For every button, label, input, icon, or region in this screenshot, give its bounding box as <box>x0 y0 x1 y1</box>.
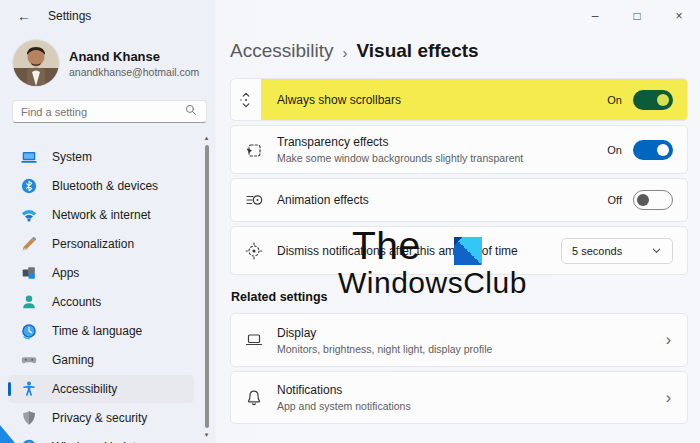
chevron-down-icon <box>651 245 662 256</box>
toggle-state-label: On <box>607 94 622 106</box>
gamepad-icon <box>20 351 38 369</box>
sidebar-item-bluetooth[interactable]: Bluetooth & devices <box>8 172 194 200</box>
transparency-effects-toggle[interactable] <box>633 140 673 160</box>
user-email: anandkhanse@hotmail.com <box>69 66 199 78</box>
setting-description: Make some window backgrounds slightly tr… <box>277 152 523 164</box>
scrollbar-setting-icon <box>231 90 261 110</box>
sidebar-item-accessibility[interactable]: Accessibility <box>8 375 194 403</box>
sidebar-item-label: Privacy & security <box>52 411 147 425</box>
animation-setting-icon <box>231 190 277 210</box>
search-box[interactable] <box>12 100 207 123</box>
user-profile[interactable]: Anand Khanse anandkhanse@hotmail.com <box>13 40 216 86</box>
related-label: Notifications <box>277 383 411 397</box>
always-show-scrollbars-toggle[interactable] <box>633 90 673 110</box>
accessibility-icon <box>20 380 38 398</box>
page-title: Visual effects <box>356 40 478 62</box>
transparency-setting-icon <box>231 140 277 160</box>
back-button[interactable]: ← <box>8 4 40 28</box>
avatar <box>13 40 59 86</box>
apps-icon <box>20 264 38 282</box>
bluetooth-icon <box>20 177 38 195</box>
related-row-notifications[interactable]: Notifications App and system notificatio… <box>230 371 688 424</box>
search-icon <box>184 103 198 121</box>
maximize-button[interactable]: □ <box>616 0 658 32</box>
sidebar-item-time-language[interactable]: Time & language <box>8 317 194 345</box>
setting-row-transparency-effects[interactable]: Transparency effects Make some window ba… <box>230 125 688 174</box>
scrollbar-down-icon[interactable]: ▼ <box>204 431 210 439</box>
sidebar-nav: System Bluetooth & devices Network & int… <box>0 142 198 443</box>
bell-icon <box>231 388 277 408</box>
breadcrumb: Accessibility › Visual effects <box>230 40 688 62</box>
sidebar-scrollbar[interactable]: ▲ ▼ <box>202 134 211 439</box>
user-name: Anand Khanse <box>69 49 199 64</box>
animation-effects-toggle[interactable] <box>633 190 673 210</box>
search-input[interactable] <box>21 106 184 118</box>
setting-row-animation-effects[interactable]: Animation effects Off <box>230 178 688 222</box>
sidebar-item-label: Apps <box>52 266 79 280</box>
sidebar-item-label: System <box>52 150 92 164</box>
related-row-display[interactable]: Display Monitors, brightness, night ligh… <box>230 313 688 367</box>
main-content: Accessibility › Visual effects Always sh… <box>230 32 688 424</box>
toggle-state-label: Off <box>608 194 622 206</box>
breadcrumb-separator: › <box>342 42 347 61</box>
sidebar-item-label: Personalization <box>52 237 134 251</box>
brush-icon <box>20 235 38 253</box>
titlebar: ← Settings – □ × <box>0 0 700 32</box>
sidebar-item-apps[interactable]: Apps <box>8 259 194 287</box>
sidebar-item-privacy[interactable]: Privacy & security <box>8 404 194 432</box>
window-title: Settings <box>48 9 91 23</box>
dismiss-timeout-icon <box>231 241 277 261</box>
shield-icon <box>20 409 38 427</box>
sidebar-item-windows-update[interactable]: Windows Update <box>8 433 194 443</box>
highlight-overlay: Always show scrollbars On <box>261 79 687 120</box>
clock-icon <box>20 322 38 340</box>
scrollbar-up-icon[interactable]: ▲ <box>204 134 210 142</box>
setting-label: Animation effects <box>277 193 369 207</box>
sidebar: Anand Khanse anandkhanse@hotmail.com Sys… <box>0 32 216 443</box>
scrollbar-thumb[interactable] <box>205 145 209 428</box>
wifi-icon <box>20 206 38 224</box>
sidebar-item-personalization[interactable]: Personalization <box>8 230 194 258</box>
display-icon <box>231 330 277 350</box>
sidebar-item-label: Accessibility <box>52 382 117 396</box>
breadcrumb-accessibility[interactable]: Accessibility <box>230 40 333 62</box>
sidebar-item-network[interactable]: Network & internet <box>8 201 194 229</box>
related-label: Display <box>277 326 492 340</box>
sidebar-item-label: Time & language <box>52 324 142 338</box>
related-description: App and system notifications <box>277 400 411 412</box>
system-icon <box>20 148 38 166</box>
related-description: Monitors, brightness, night light, displ… <box>277 343 492 355</box>
setting-row-dismiss-notifications[interactable]: Dismiss notifications after this amount … <box>230 226 688 275</box>
chevron-right-icon: › <box>666 389 671 407</box>
sidebar-item-label: Accounts <box>52 295 101 309</box>
related-settings-heading: Related settings <box>231 290 688 304</box>
close-button[interactable]: × <box>658 0 700 32</box>
sidebar-item-accounts[interactable]: Accounts <box>8 288 194 316</box>
settings-window: ← Settings – □ × Anand Khanse <box>0 0 700 443</box>
setting-label: Always show scrollbars <box>277 93 401 107</box>
sidebar-item-label: Bluetooth & devices <box>52 179 158 193</box>
setting-label: Transparency effects <box>277 135 523 149</box>
update-icon <box>20 438 38 443</box>
sidebar-item-label: Network & internet <box>52 208 151 222</box>
sidebar-item-label: Gaming <box>52 353 94 367</box>
accounts-icon <box>20 293 38 311</box>
selected-option: 5 seconds <box>572 245 622 257</box>
setting-label: Dismiss notifications after this amount … <box>277 244 518 258</box>
minimize-button[interactable]: – <box>574 0 616 32</box>
sidebar-item-system[interactable]: System <box>8 143 194 171</box>
chevron-right-icon: › <box>666 331 671 349</box>
corner-wedge-decoration <box>0 425 15 443</box>
toggle-state-label: On <box>607 144 622 156</box>
sidebar-item-gaming[interactable]: Gaming <box>8 346 194 374</box>
setting-row-always-show-scrollbars[interactable]: Always show scrollbars On <box>230 78 688 121</box>
dismiss-timeout-select[interactable]: 5 seconds <box>561 238 673 264</box>
